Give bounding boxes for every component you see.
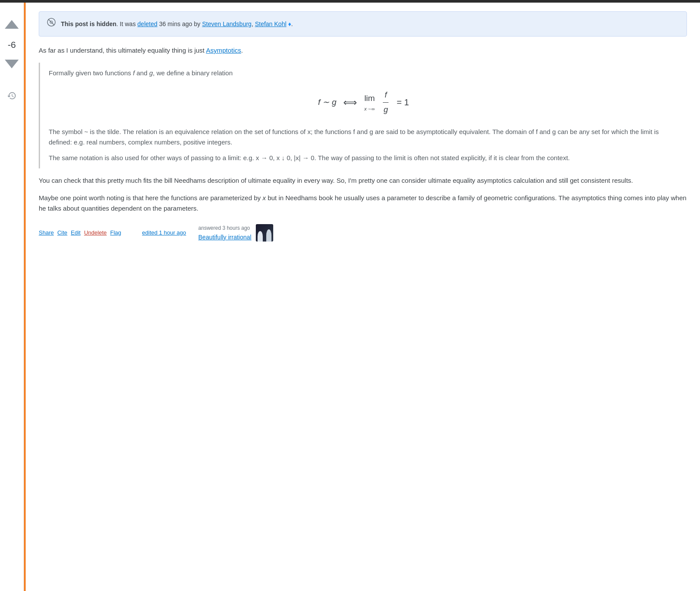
- upvote-icon: [4, 17, 20, 33]
- math-fraction: f g: [382, 89, 390, 116]
- post-body: As far as I understand, this ultimately …: [39, 45, 687, 242]
- user-name-link[interactable]: Beautifully irrational: [198, 232, 251, 242]
- avatar-figure-2: [266, 229, 271, 242]
- history-icon: [7, 91, 17, 101]
- blockquote-line2: The symbol ~ is the tilde. The relation …: [49, 127, 678, 148]
- blockquote: Formally given two functions f and g, we…: [39, 63, 687, 168]
- math-equals: = 1: [397, 95, 409, 109]
- math-iff: ⟺: [343, 95, 357, 110]
- user-info: answered 3 hours ago Beautifully irratio…: [198, 224, 251, 242]
- blockquote-line3: The same notation is also used for other…: [49, 153, 678, 163]
- vote-count: -6: [8, 38, 16, 52]
- edit-link[interactable]: Edit: [71, 228, 80, 238]
- history-button[interactable]: [7, 91, 17, 102]
- post-para2: You can check that this pretty much fits…: [39, 175, 687, 186]
- hidden-notice-text: This post is hidden. It was deleted 36 m…: [61, 20, 293, 29]
- undelete-link[interactable]: Undelete: [84, 228, 107, 238]
- upvote-button[interactable]: [2, 16, 21, 36]
- hidden-notice: This post is hidden. It was deleted 36 m…: [39, 11, 687, 37]
- post-footer: Share Cite Edit Undelete Flag edited 1 h…: [39, 224, 687, 242]
- svg-line-1: [48, 19, 54, 25]
- post-content: This post is hidden. It was deleted 36 m…: [26, 3, 700, 591]
- math-limit: lim x→∞: [364, 92, 375, 113]
- author2-link[interactable]: Stefan Kohl: [255, 20, 286, 27]
- user-card: answered 3 hours ago Beautifully irratio…: [198, 224, 273, 242]
- math-x-italic: x: [262, 194, 266, 201]
- avatar-figure-1: [258, 231, 263, 242]
- user-avatar[interactable]: [256, 224, 273, 242]
- blockquote-line1: Formally given two functions f and g, we…: [49, 68, 678, 78]
- math-g: g: [149, 69, 153, 77]
- notice-middle-text: 36 mins ago by: [159, 20, 202, 27]
- post-para3: Maybe one point worth noting is that her…: [39, 193, 687, 214]
- answered-label: answered 3 hours ago: [198, 224, 251, 232]
- share-link[interactable]: Share: [39, 228, 54, 238]
- edited-link[interactable]: edited 1 hour ago: [142, 228, 186, 238]
- vote-controls: -6: [2, 16, 21, 102]
- footer-actions: Share Cite Edit Undelete Flag: [39, 228, 121, 238]
- post-intro: As far as I understand, this ultimately …: [39, 45, 687, 56]
- downvote-button[interactable]: [2, 54, 21, 74]
- author1-link[interactable]: Steven Landsburg: [202, 20, 251, 27]
- math-lhs: f ∼ g: [318, 96, 336, 109]
- cite-link[interactable]: Cite: [57, 228, 67, 238]
- hidden-icon: [47, 18, 56, 30]
- asymptotics-link[interactable]: Asymptotics: [206, 47, 241, 54]
- math-f: f: [133, 69, 134, 77]
- downvote-icon: [4, 55, 20, 71]
- math-formula-display: f ∼ g ⟺ lim x→∞ f g = 1: [49, 89, 678, 116]
- deleted-link[interactable]: deleted: [137, 20, 157, 27]
- vote-sidebar: -6: [0, 3, 24, 591]
- flag-link[interactable]: Flag: [110, 228, 121, 238]
- math-formula: f ∼ g ⟺ lim x→∞ f g = 1: [318, 89, 409, 116]
